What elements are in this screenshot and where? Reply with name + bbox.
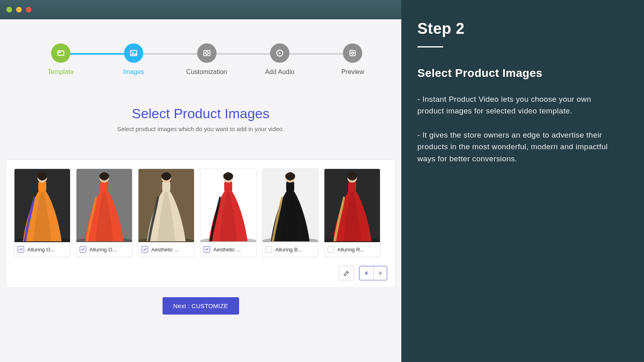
sidebar-paragraph: - Instant Product Video lets you choose … [417,93,616,117]
step-label: Customization [186,68,227,76]
window-dot-green [6,7,12,12]
window-dot-yellow [16,7,22,12]
page-headline: Select Product Images Select product ima… [0,106,401,132]
step-circle [197,43,217,63]
check-icon [142,247,147,252]
svg-rect-15 [100,181,108,192]
step-circle [270,43,289,63]
product-thumbnail [14,169,70,242]
product-checkbox[interactable] [328,246,334,253]
step-circle [124,43,143,63]
window-dot-red [26,7,31,12]
product-checkbox[interactable] [142,246,148,253]
svg-rect-31 [348,181,356,192]
window-titlebar [0,0,401,19]
app-browser-window: TemplateImagesCustomizationAdd AudioPrev… [0,0,401,362]
images-icon [128,48,139,58]
sidebar-paragraph: - It gives the store owners an edge to a… [417,129,616,165]
product-card[interactable]: Aesthetic ... [200,169,256,257]
gallery-pagination [14,266,387,280]
step-label: Preview [341,68,364,76]
product-caption: Aesthetic ... [138,242,194,257]
step-connector [61,53,134,55]
step-connector [134,53,206,55]
step-add-audio[interactable]: Add Audio [243,43,316,76]
step-connector [280,53,353,55]
arrow-right-icon [377,269,384,277]
sidebar-heading: Select Product Images [417,67,616,80]
template-icon [56,48,66,58]
product-label: Alluring O... [89,247,117,253]
edit-button[interactable] [339,266,354,280]
svg-rect-11 [38,181,46,192]
product-checkbox[interactable] [80,246,86,253]
progress-stepper: TemplateImagesCustomizationAdd AudioPrev… [24,43,389,76]
product-card[interactable]: Alluring O... [76,169,132,257]
product-caption: Alluring O... [14,242,70,257]
step-label: Images [123,68,144,76]
next-customize-button[interactable]: Next : CUSTOMIZE [162,297,239,315]
product-grid: Alluring O... Alluring O... Aesthetic ..… [14,169,387,257]
check-icon [204,247,209,252]
step-customization[interactable]: Customization [170,43,243,76]
next-page-button[interactable] [373,266,387,280]
step-preview[interactable]: Preview [316,43,389,76]
step-circle [51,43,70,63]
step-template[interactable]: Template [24,43,97,76]
product-card[interactable]: Alluring R... [324,169,380,257]
svg-point-5 [205,52,208,55]
product-checkbox[interactable] [18,246,24,253]
pencil-icon [343,269,350,277]
product-caption: Aesthetic ... [200,242,256,257]
check-icon [80,247,85,252]
product-caption: Alluring O... [76,242,132,257]
product-label: Alluring B... [275,247,302,253]
product-checkbox[interactable] [204,246,210,253]
page-subtitle: Select product images which do you want … [0,125,401,132]
product-caption: Alluring R... [324,242,380,257]
page-title: Select Product Images [0,106,401,121]
app-viewport: TemplateImagesCustomizationAdd AudioPrev… [0,19,401,362]
product-caption: Alluring B... [262,242,318,257]
product-label: Alluring R... [337,247,364,253]
step-label: Add Audio [265,68,294,76]
svg-rect-1 [58,52,60,53]
pagination-arrows [359,266,387,280]
svg-rect-23 [224,181,232,192]
product-label: Aesthetic ... [213,247,241,253]
sidebar-divider [417,46,443,47]
product-label: Alluring O... [27,247,55,253]
customization-icon [202,48,212,58]
svg-rect-7 [350,51,355,56]
add-audio-icon [275,48,285,58]
product-thumbnail [138,169,194,242]
svg-rect-19 [162,181,170,192]
step-images[interactable]: Images [97,43,170,76]
product-thumbnail [200,169,256,242]
product-card[interactable]: Alluring B... [262,169,318,257]
product-thumbnail [76,169,132,242]
step-connector [207,53,280,55]
step-label: Template [47,68,74,76]
product-card[interactable]: Alluring O... [14,169,70,257]
step-circle [343,43,362,63]
product-thumbnail [262,169,318,242]
arrow-left-icon [363,269,370,277]
product-card[interactable]: Aesthetic ... [138,169,194,257]
product-checkbox[interactable] [266,246,272,253]
product-label: Aesthetic ... [151,247,179,253]
svg-point-8 [352,52,354,54]
help-sidebar: Step 2 Select Product Images - Instant P… [401,0,644,362]
preview-icon [347,48,358,58]
check-icon [19,247,23,252]
svg-rect-27 [286,181,294,192]
prev-button[interactable] [359,266,373,280]
product-gallery-panel: Alluring O... Alluring O... Aesthetic ..… [6,159,396,288]
sidebar-step-title: Step 2 [417,20,616,37]
product-thumbnail [324,169,380,242]
